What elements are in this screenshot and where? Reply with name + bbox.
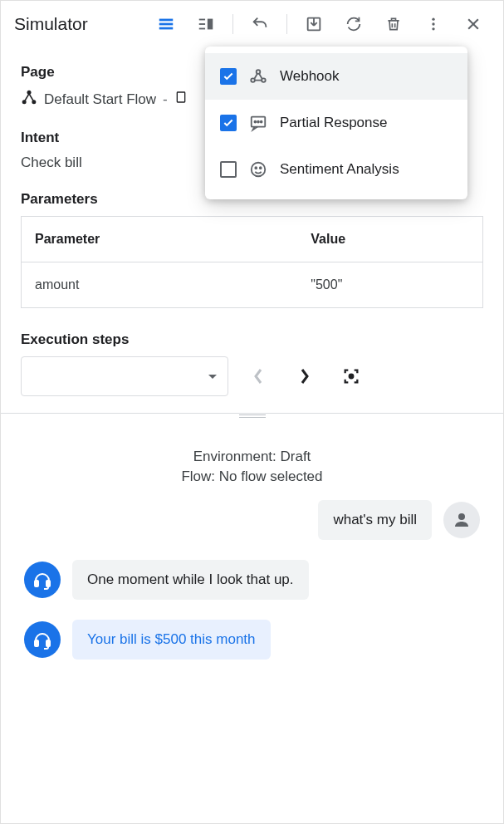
- svg-rect-22: [46, 581, 50, 586]
- svg-rect-5: [199, 28, 205, 30]
- svg-line-17: [29, 94, 33, 101]
- user-avatar-icon: [443, 502, 480, 538]
- svg-point-29: [254, 121, 256, 123]
- svg-point-34: [260, 167, 262, 169]
- checkbox-partial-response[interactable]: [220, 115, 237, 131]
- menu-item-webhook[interactable]: Webhook: [205, 53, 467, 100]
- parameters-table: Parameter Value amount "500": [21, 216, 483, 308]
- panel-divider: [1, 413, 503, 414]
- svg-rect-1: [159, 23, 174, 26]
- focus-icon[interactable]: [335, 360, 368, 393]
- undo-icon[interactable]: [243, 7, 276, 41]
- chat-message-bot: One moment while I look that up.: [21, 560, 483, 600]
- close-icon[interactable]: [457, 7, 490, 41]
- svg-point-8: [432, 18, 434, 21]
- svg-line-16: [25, 94, 29, 101]
- dropdown-caret-icon: [208, 369, 218, 384]
- chat-transcript: what's my bill One moment while I look t…: [21, 487, 483, 693]
- more-options-icon[interactable]: [417, 7, 450, 41]
- svg-point-30: [257, 121, 259, 123]
- checkbox-webhook[interactable]: [220, 68, 237, 85]
- webhook-icon: [248, 66, 268, 86]
- svg-rect-2: [159, 27, 174, 30]
- environment-line: Environment: Draft: [21, 447, 483, 467]
- toolbar-divider: [232, 14, 233, 34]
- svg-rect-18: [177, 92, 184, 102]
- svg-point-10: [432, 27, 434, 30]
- smile-icon: [248, 159, 268, 179]
- menu-label: Sentiment Analysis: [280, 161, 399, 178]
- page-outline-icon: [174, 89, 188, 110]
- svg-point-32: [252, 163, 266, 177]
- delete-icon[interactable]: [377, 7, 410, 41]
- table-row: amount "500": [22, 262, 483, 308]
- menu-label: Webhook: [280, 68, 340, 85]
- svg-point-33: [255, 167, 257, 169]
- svg-rect-24: [46, 640, 50, 646]
- drag-handle-icon[interactable]: [239, 413, 266, 418]
- download-icon[interactable]: [297, 7, 330, 41]
- user-bubble: what's my bill: [318, 500, 432, 540]
- flow-line: Flow: No flow selected: [21, 467, 483, 487]
- breadcrumb-item[interactable]: Default Start Flow: [44, 91, 156, 108]
- flow-icon: [21, 89, 37, 110]
- svg-point-19: [350, 375, 354, 379]
- page-title: Simulator: [14, 14, 143, 34]
- table-header-row: Parameter Value: [22, 217, 483, 262]
- svg-rect-23: [35, 640, 38, 646]
- svg-rect-21: [35, 581, 38, 586]
- refresh-icon[interactable]: [337, 7, 370, 41]
- chat-message-user: what's my bill: [21, 500, 483, 540]
- menu-item-sentiment-analysis[interactable]: Sentiment Analysis: [205, 146, 467, 193]
- chat-message-bot: Your bill is $500 this month: [21, 620, 483, 660]
- col-parameter: Parameter: [22, 217, 298, 262]
- svg-rect-0: [159, 19, 174, 22]
- view-list-icon[interactable]: [149, 7, 183, 41]
- col-value: Value: [297, 217, 482, 262]
- next-step-button[interactable]: [288, 360, 321, 393]
- execution-step-select[interactable]: [21, 356, 228, 396]
- bot-bubble: One moment while I look that up.: [72, 560, 309, 600]
- settings-dropdown: ⌃⌄ Webhook Partial Response Sentiment An…: [205, 47, 467, 199]
- svg-point-9: [432, 22, 434, 25]
- svg-rect-4: [199, 23, 205, 25]
- execution-section-label: Execution steps: [21, 331, 483, 348]
- svg-rect-6: [208, 19, 213, 30]
- param-value-cell: "500": [297, 262, 482, 308]
- view-split-icon[interactable]: [189, 7, 223, 41]
- menu-label: Partial Response: [280, 115, 387, 131]
- svg-rect-3: [199, 19, 205, 21]
- bot-bubble-link[interactable]: Your bill is $500 this month: [72, 620, 271, 660]
- prev-step-button[interactable]: [242, 360, 275, 393]
- toolbar: Simulator: [1, 1, 503, 47]
- svg-point-31: [261, 121, 262, 123]
- toolbar-divider: [286, 14, 287, 34]
- menu-item-partial-response[interactable]: Partial Response: [205, 100, 467, 146]
- bot-avatar-icon: [24, 562, 61, 598]
- chat-icon: [248, 113, 268, 133]
- environment-info: Environment: Draft Flow: No flow selecte…: [21, 447, 483, 487]
- breadcrumb-separator: -: [163, 91, 168, 108]
- bot-avatar-icon: [24, 621, 61, 658]
- checkbox-sentiment[interactable]: [220, 161, 237, 178]
- svg-point-27: [262, 78, 266, 82]
- param-name-cell: amount: [22, 262, 298, 308]
- svg-point-26: [251, 78, 255, 82]
- svg-point-20: [458, 513, 465, 520]
